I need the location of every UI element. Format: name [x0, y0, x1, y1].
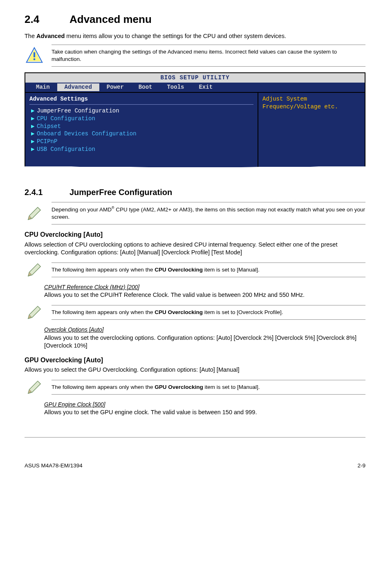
chevron-right-icon: ▶ [31, 138, 37, 146]
bios-tab-advanced[interactable]: Advanced [57, 83, 99, 91]
bios-page-curl [25, 166, 365, 178]
bios-title: BIOS SETUP UTILITY [25, 73, 365, 83]
cpu-overclocking-body: Allows selection of CPU overclocking opt… [25, 241, 365, 257]
bios-tab-tools[interactable]: Tools [159, 83, 191, 91]
intro-paragraph: The Advanced menu items allow you to cha… [25, 32, 365, 40]
gpu-overclocking-heading: GPU Overclocking [Auto] [25, 356, 365, 365]
section-title: Advanced menu [69, 13, 152, 25]
subsection-heading: 2.4.1JumperFree Configuration [25, 187, 365, 198]
svg-point-3 [34, 58, 36, 60]
subsection-title: JumperFree Configuration [69, 188, 172, 197]
page-footer: ASUS M4A78-EM/1394 2-9 [25, 462, 365, 469]
svg-rect-2 [34, 52, 35, 57]
chevron-right-icon: ▶ [31, 130, 37, 138]
chevron-right-icon: ▶ [31, 107, 37, 115]
chevron-right-icon: ▶ [31, 146, 37, 153]
bios-item-usb[interactable]: ▶USB Configuration [29, 146, 253, 153]
cpu-overclocking-heading: CPU Overclocking [Auto] [25, 230, 365, 239]
bios-divider [29, 104, 253, 105]
footer-left: ASUS M4A78-EM/1394 [25, 462, 83, 469]
bios-tab-exit[interactable]: Exit [191, 83, 220, 91]
overclock-options-body: Allows you to set the overclocking optio… [44, 334, 365, 350]
footer-rule [25, 437, 365, 438]
bios-section-label: Advanced Settings [29, 95, 253, 103]
gpu-engine-body: Allows you to set the GPU engine clock. … [44, 408, 365, 417]
pencil-icon [25, 261, 44, 279]
amd-note-text: Depending on your AMD® CPU type (AM2, AM… [52, 202, 365, 224]
cpu-ht-body: Allows you to set the CPU/HT Reference C… [44, 291, 365, 299]
footer-right: 2-9 [357, 462, 365, 469]
bios-item-pcipnp[interactable]: ▶PCIPnP [29, 138, 253, 146]
gpu-engine-heading: GPU Engine Clock [500] [44, 401, 365, 409]
pencil-icon [25, 378, 44, 396]
bios-tab-boot[interactable]: Boot [131, 83, 160, 91]
caution-note: Take caution when changing the settings … [25, 45, 365, 67]
caution-text: Take caution when changing the settings … [52, 45, 365, 67]
overclock-options-heading: Overclok Options [Auto] [44, 326, 365, 334]
bios-item-cpu-config[interactable]: ▶CPU Configuration [29, 115, 253, 123]
gpu-note-text: The following item appears only when the… [52, 380, 365, 395]
bios-item-jumperfree[interactable]: ▶JumperFree Configuration [29, 107, 253, 115]
bios-tab-bar: Main Advanced Power Boot Tools Exit [25, 83, 365, 93]
bios-screenshot: BIOS SETUP UTILITY Main Advanced Power B… [25, 72, 365, 178]
section-heading: 2.4Advanced menu [25, 12, 365, 27]
chevron-right-icon: ▶ [31, 123, 37, 130]
cpu-ht-heading: CPU/HT Reference Clock (MHz) [200] [44, 284, 365, 292]
overclock-options-block: Overclok Options [Auto] Allows you to se… [44, 326, 365, 350]
section-number: 2.4 [25, 12, 69, 27]
pencil-note-amd: Depending on your AMD® CPU type (AM2, AM… [25, 202, 365, 224]
pencil-note-manual: The following item appears only when the… [25, 261, 365, 279]
bios-item-chipset[interactable]: ▶Chipset [29, 123, 253, 130]
bios-item-onboard[interactable]: ▶Onboard Devices Configuration [29, 130, 253, 138]
bios-tab-main[interactable]: Main [29, 83, 57, 91]
pencil-note-gpu: The following item appears only when the… [25, 378, 365, 396]
bios-left-pane: Advanced Settings ▶JumperFree Configurat… [25, 93, 258, 170]
pencil-icon [25, 204, 44, 222]
subsection-number: 2.4.1 [25, 187, 69, 198]
gpu-overclocking-body: Allows you to select the GPU Overclockin… [25, 366, 365, 374]
gpu-engine-block: GPU Engine Clock [500] Allows you to set… [44, 401, 365, 417]
profile-note-text: The following item appears only when the… [52, 305, 365, 320]
pencil-note-profile: The following item appears only when the… [25, 303, 365, 321]
caution-icon [25, 47, 44, 65]
bios-tab-power[interactable]: Power [99, 83, 131, 91]
cpu-ht-block: CPU/HT Reference Clock (MHz) [200] Allow… [44, 284, 365, 299]
chevron-right-icon: ▶ [31, 115, 37, 123]
manual-note-text: The following item appears only when the… [52, 263, 365, 277]
pencil-icon [25, 303, 44, 321]
bios-help-pane: Adjust System Frequency/Voltage etc. [258, 93, 365, 170]
